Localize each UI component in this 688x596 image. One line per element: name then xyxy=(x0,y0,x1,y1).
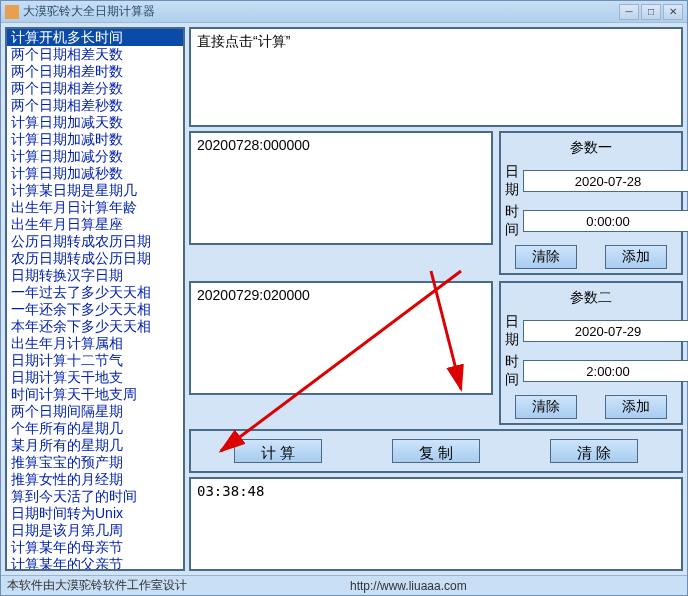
sidebar-item[interactable]: 日期时间转为Unix xyxy=(7,505,183,522)
param1-title: 参数一 xyxy=(505,137,677,159)
param1-date-input[interactable] xyxy=(523,170,688,192)
sidebar-list: 计算开机多长时间两个日期相差天数两个日期相差时数两个日期相差分数两个日期相差秒数… xyxy=(7,29,183,571)
status-url: http://www.liuaaa.com xyxy=(344,579,687,593)
instruction-box[interactable] xyxy=(189,27,683,127)
result-box[interactable] xyxy=(189,477,683,571)
minimize-button[interactable]: ─ xyxy=(619,4,639,20)
param1-time-input[interactable] xyxy=(523,210,688,232)
calc-button[interactable]: 计 算 xyxy=(234,439,322,463)
sidebar-item[interactable]: 两个日期相差分数 xyxy=(7,80,183,97)
param2-panel: 参数二 日期 ▾ 时间 ▴▾ 清除 添加 xyxy=(499,281,683,425)
sidebar-item[interactable]: 计算日期加减秒数 xyxy=(7,165,183,182)
status-left: 本软件由大漠驼铃软件工作室设计 xyxy=(1,577,344,594)
sidebar-item[interactable]: 两个日期相差秒数 xyxy=(7,97,183,114)
sidebar-item[interactable]: 日期是该月第几周 xyxy=(7,522,183,539)
app-icon xyxy=(5,5,19,19)
sidebar-item[interactable]: 计算日期加减时数 xyxy=(7,131,183,148)
param2-add-button[interactable]: 添加 xyxy=(605,395,667,419)
sidebar-item[interactable]: 日期计算十二节气 xyxy=(7,352,183,369)
sidebar-item[interactable]: 计算某年的父亲节 xyxy=(7,556,183,571)
sidebar-item[interactable]: 农历日期转成公历日期 xyxy=(7,250,183,267)
param2-time-input[interactable] xyxy=(523,360,688,382)
window-title: 大漠驼铃大全日期计算器 xyxy=(23,3,619,20)
sidebar-item[interactable]: 公历日期转成农历日期 xyxy=(7,233,183,250)
sidebar-item[interactable]: 计算某年的母亲节 xyxy=(7,539,183,556)
param2-clear-button[interactable]: 清除 xyxy=(515,395,577,419)
entry-b-box[interactable] xyxy=(189,281,493,395)
maximize-button[interactable]: □ xyxy=(641,4,661,20)
sidebar-item[interactable]: 日期转换汉字日期 xyxy=(7,267,183,284)
sidebar-item[interactable]: 算到今天活了的时间 xyxy=(7,488,183,505)
close-button[interactable]: ✕ xyxy=(663,4,683,20)
sidebar-item[interactable]: 计算日期加减分数 xyxy=(7,148,183,165)
sidebar-item[interactable]: 出生年月日算星座 xyxy=(7,216,183,233)
sidebar-item[interactable]: 两个日期间隔星期 xyxy=(7,403,183,420)
sidebar-item[interactable]: 两个日期相差天数 xyxy=(7,46,183,63)
sidebar-item[interactable]: 两个日期相差时数 xyxy=(7,63,183,80)
sidebar-item[interactable]: 个年所有的星期几 xyxy=(7,420,183,437)
sidebar-item[interactable]: 计算日期加减天数 xyxy=(7,114,183,131)
param2-date-label: 日期 xyxy=(505,313,519,349)
sidebar-item[interactable]: 计算某日期是星期几 xyxy=(7,182,183,199)
sidebar-item[interactable]: 推算宝宝的预产期 xyxy=(7,454,183,471)
titlebar: 大漠驼铃大全日期计算器 ─ □ ✕ xyxy=(1,1,687,23)
sidebar-item[interactable]: 一年过去了多少天天相 xyxy=(7,284,183,301)
sidebar-item[interactable]: 出生年月日计算年龄 xyxy=(7,199,183,216)
sidebar-item[interactable]: 一年还余下多少天天相 xyxy=(7,301,183,318)
action-bar: 计 算 复 制 清 除 xyxy=(189,429,683,473)
param1-panel: 参数一 日期 ▾ 时间 ▴▾ 清除 添加 xyxy=(499,131,683,275)
sidebar-item[interactable]: 本年还余下多少天天相 xyxy=(7,318,183,335)
sidebar-item[interactable]: 时间计算天干地支周 xyxy=(7,386,183,403)
copy-button[interactable]: 复 制 xyxy=(392,439,480,463)
sidebar-item[interactable]: 计算开机多长时间 xyxy=(7,29,183,46)
param1-time-label: 时间 xyxy=(505,203,519,239)
param1-clear-button[interactable]: 清除 xyxy=(515,245,577,269)
sidebar-item[interactable]: 某月所有的星期几 xyxy=(7,437,183,454)
statusbar: 本软件由大漠驼铃软件工作室设计 http://www.liuaaa.com xyxy=(1,575,687,595)
sidebar-item[interactable]: 日期计算天干地支 xyxy=(7,369,183,386)
entry-a-box[interactable] xyxy=(189,131,493,245)
clear-button[interactable]: 清 除 xyxy=(550,439,638,463)
param2-date-input[interactable] xyxy=(523,320,688,342)
param1-add-button[interactable]: 添加 xyxy=(605,245,667,269)
param2-title: 参数二 xyxy=(505,287,677,309)
sidebar: 计算开机多长时间两个日期相差天数两个日期相差时数两个日期相差分数两个日期相差秒数… xyxy=(5,27,185,571)
sidebar-item[interactable]: 出生年月计算属相 xyxy=(7,335,183,352)
sidebar-item[interactable]: 推算女性的月经期 xyxy=(7,471,183,488)
param2-time-label: 时间 xyxy=(505,353,519,389)
param1-date-label: 日期 xyxy=(505,163,519,199)
